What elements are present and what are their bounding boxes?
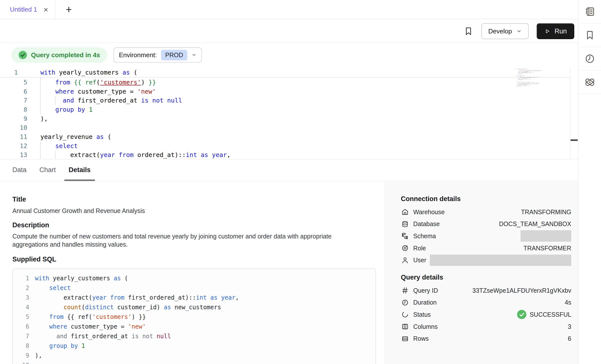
line-code[interactable]: ),	[40, 115, 48, 122]
line-number: 1	[13, 275, 29, 282]
line-number: 6	[0, 88, 27, 95]
line-number: 7	[0, 97, 27, 104]
notebook-panel-button[interactable]	[578, 0, 601, 24]
run-label: Run	[554, 27, 567, 35]
lineage-panel-button[interactable]	[578, 71, 601, 94]
line-number: 5	[0, 79, 27, 86]
detail-row-schema: Schema	[401, 230, 571, 242]
detail-row-database: DatabaseDOCS_TEAM_SANDBOX	[401, 218, 571, 230]
sql-editor[interactable]: 1with yearly_customers as (5 from {{ ref…	[0, 68, 570, 159]
editor-line[interactable]: 10	[0, 123, 570, 132]
plus-icon: +	[66, 4, 72, 16]
warehouse-icon	[401, 208, 409, 216]
query-status-text: Query completed in 4s	[31, 51, 100, 59]
close-icon[interactable]: ×	[44, 6, 48, 14]
line-number: 6	[13, 323, 29, 330]
editor-line[interactable]: 12 select	[0, 141, 570, 151]
tab-label: Details	[69, 166, 91, 174]
detail-label: Query ID	[413, 287, 438, 294]
supplied-sql-line: 4 count(distinct customer_id) as new_cus…	[13, 302, 376, 312]
run-button[interactable]: Run	[537, 23, 574, 39]
develop-dropdown-button[interactable]: Develop	[481, 23, 529, 39]
detail-row-query-id: Query ID33TZseWpe1ALFDUYerxR1gVKxbv	[401, 285, 571, 297]
editor-scrollbar-thumb[interactable]	[571, 139, 578, 141]
redacted-value	[520, 230, 571, 242]
description-heading: Description	[12, 221, 375, 229]
editor-line[interactable]: 5 from {{ ref('customers') }}	[0, 78, 570, 87]
indent-guide	[40, 105, 41, 114]
new-tab-button[interactable]: +	[66, 0, 72, 19]
studio-app: Untitled 1 × + Develop Run Query complet…	[0, 0, 601, 364]
editor-line[interactable]: 13 extract(year from ordered_at)::int as…	[0, 151, 570, 159]
tab-data[interactable]: Data	[12, 159, 27, 181]
detail-row-user: User	[401, 254, 571, 266]
editor-line[interactable]: 9),	[0, 114, 570, 123]
line-code: select	[35, 285, 71, 291]
editor-line[interactable]: 11yearly_revenue as (	[0, 132, 570, 141]
detail-value: DOCS_TEAM_SANDBOX	[499, 220, 571, 228]
lineage-icon	[584, 77, 595, 88]
line-number: 2	[13, 285, 29, 291]
supplied-sql-heading: Supplied SQL	[12, 256, 375, 263]
line-code[interactable]: from {{ ref('customers') }}	[40, 79, 156, 86]
redacted-value	[430, 255, 571, 266]
play-icon	[544, 28, 550, 34]
clock-icon	[401, 298, 409, 307]
supplied-sql-line: 2 select	[13, 283, 376, 293]
tab-chart[interactable]: Chart	[39, 159, 56, 181]
tab-label: Chart	[39, 166, 56, 174]
line-code: where customer_type = 'new'	[35, 323, 146, 330]
line-number: 1	[0, 69, 27, 76]
line-code[interactable]: where customer_type = 'new'	[40, 88, 156, 95]
editor-line[interactable]: 7 and first_ordered_at is not null	[0, 96, 570, 105]
spinner-icon	[401, 310, 409, 319]
line-number: 4	[13, 304, 29, 311]
bookmark-button[interactable]	[464, 26, 473, 36]
editor-tabbar: Untitled 1 × +	[0, 0, 578, 19]
line-code[interactable]: extract(year from ordered_at)::int as ye…	[40, 151, 231, 158]
detail-value: SUCCESSFUL	[530, 311, 571, 318]
bookmarks-panel-button[interactable]	[578, 24, 601, 47]
history-icon	[584, 53, 595, 64]
editor-sticky-line[interactable]: 1with yearly_customers as (	[0, 68, 570, 77]
title-heading: Title	[12, 196, 375, 203]
editor-line[interactable]: 6 where customer_type = 'new'	[0, 87, 570, 96]
indent-guide	[55, 96, 55, 105]
toolbar: Develop Run	[0, 20, 578, 43]
line-code[interactable]: with yearly_customers as (	[40, 69, 137, 76]
detail-value: TRANSFORMER	[523, 245, 571, 252]
editor-minimap[interactable]: with yearly_customers as ( select extrac…	[517, 69, 569, 91]
detail-row-duration: Duration4s	[401, 297, 571, 309]
line-number: 3	[13, 294, 29, 301]
supplied-sql-line: 5 from {{ ref('customers') }}	[13, 312, 376, 322]
detail-label: Warehouse	[413, 208, 445, 216]
line-code: ),	[35, 352, 42, 359]
line-number: 10	[13, 362, 29, 364]
line-code[interactable]: yearly_revenue as (	[40, 133, 111, 140]
user-icon	[401, 256, 409, 264]
line-code[interactable]: group by 1	[40, 106, 93, 113]
editor-line[interactable]: 8 group by 1	[0, 105, 570, 114]
supplied-sql-line: 8 group by 1	[13, 341, 376, 351]
schema-icon	[401, 232, 409, 240]
environment-selector[interactable]: Environment: PROD	[113, 47, 202, 63]
indent-guide	[40, 151, 41, 159]
supplied-sql-line: 10	[13, 360, 376, 364]
detail-value: 4s	[565, 299, 571, 306]
query-status-pill: Query completed in 4s	[11, 47, 107, 63]
detail-row-columns: Columns3	[401, 321, 571, 333]
right-icon-sidebar	[578, 0, 601, 364]
title-value: Annual Customer Growth and Revenue Analy…	[12, 207, 375, 214]
line-code[interactable]: and first_ordered_at is not null	[40, 97, 182, 104]
history-panel-button[interactable]	[578, 47, 601, 71]
detail-value: 3	[568, 323, 571, 330]
indent-guide	[40, 87, 41, 96]
detail-row-warehouse: WarehouseTRANSFORMING	[401, 206, 571, 218]
tab-details[interactable]: Details	[69, 159, 91, 181]
supplied-sql-line: 7 and first_ordered_at is not null	[13, 331, 376, 341]
detail-value: TRANSFORMING	[521, 208, 571, 216]
detail-label: Schema	[413, 233, 436, 240]
tab-untitled-1[interactable]: Untitled 1 ×	[0, 0, 55, 19]
chevron-down-icon	[191, 52, 196, 57]
line-code[interactable]: select	[40, 142, 78, 150]
